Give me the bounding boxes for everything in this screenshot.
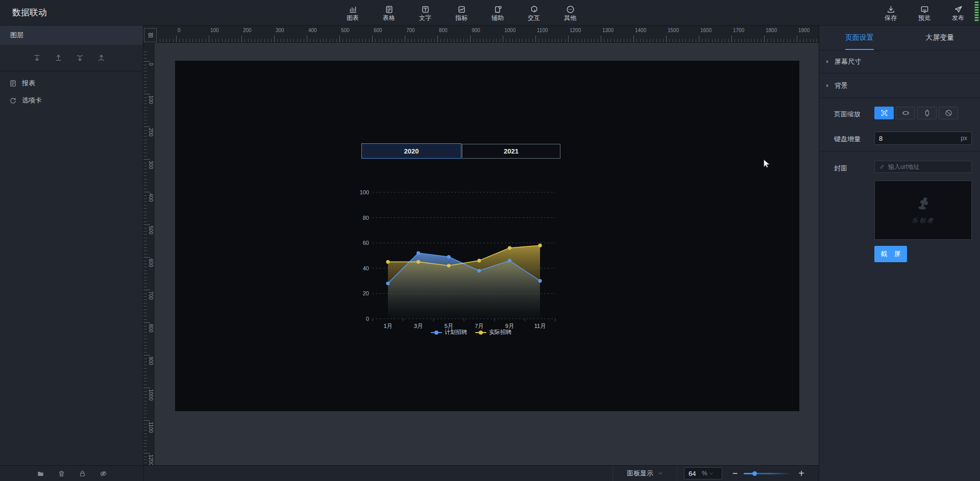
chevron-down-icon — [658, 471, 663, 476]
section-background[interactable]: 背景 — [819, 73, 980, 98]
layer-item-tabs[interactable]: 选项卡 — [0, 92, 143, 109]
cover-url-field — [874, 161, 972, 173]
v-ruler-label: 0 — [148, 63, 154, 66]
guides-eye-icon — [147, 32, 154, 39]
panel-display-dropdown[interactable]: 面板显示 — [612, 466, 677, 481]
h-ruler-label: 1500 — [668, 28, 679, 33]
tab-screen-variables[interactable]: 大屏变量 — [900, 26, 980, 50]
area-chart-widget[interactable]: 0204060801001月3月5月7月9月11月 计划招聘实际招聘 — [349, 183, 594, 341]
legend-item[interactable]: 计划招聘 — [431, 328, 467, 336]
y-axis-label: 60 — [363, 240, 369, 246]
fit-width-icon[interactable] — [896, 107, 915, 119]
zoom-slider-thumb[interactable] — [752, 471, 757, 476]
report-icon — [9, 80, 17, 87]
v-ruler-label: 400 — [148, 193, 154, 202]
layer-actions — [37, 466, 107, 481]
tool-indicator[interactable]: 指标 — [454, 0, 469, 26]
h-ruler-label: 1400 — [635, 28, 646, 33]
v-ruler-label: 600 — [148, 259, 154, 267]
widget-tab-2020[interactable]: 2020 — [361, 143, 461, 159]
zoom-level-input[interactable] — [684, 470, 702, 477]
page-title: 数据联动 — [12, 0, 47, 26]
v-ruler-label: 1200 — [148, 454, 154, 466]
v-ruler-label: 300 — [148, 161, 154, 169]
zoom-in-button[interactable]: + — [795, 466, 807, 481]
eye-off-icon[interactable] — [100, 470, 107, 477]
lock-icon[interactable] — [79, 470, 86, 477]
fit-screen-icon[interactable] — [874, 107, 894, 119]
layer-item-report[interactable]: 报表 — [0, 74, 143, 92]
extension-widget[interactable] — [974, 1, 979, 22]
legend-label: 实际招聘 — [489, 328, 511, 336]
cover-url-input[interactable] — [888, 163, 967, 170]
assist-icon — [494, 5, 502, 14]
section-label: 屏幕尺寸 — [835, 57, 861, 66]
tool-more[interactable]: 其他 — [562, 0, 578, 26]
h-ruler-ticks-major — [176, 36, 819, 42]
tool-chart[interactable]: 图表 — [345, 0, 360, 26]
chevron-right-icon — [825, 59, 830, 64]
header-actions: 保存 预览 发布 — [883, 0, 966, 26]
bottom-bar: 面板显示 % − + — [0, 465, 819, 481]
keyboard-increment-label: 键盘增量 — [834, 135, 861, 144]
screenshot-button[interactable]: 截 屏 — [874, 246, 907, 262]
layers-panel-title: 图层 — [0, 26, 143, 45]
h-ruler-label: 1800 — [766, 28, 777, 33]
h-ruler-label: 1700 — [733, 28, 744, 33]
h-ruler-label: 300 — [276, 28, 284, 33]
horizontal-ruler: 0100200300400500600700800900100011001200… — [143, 26, 819, 43]
move-up-layer-icon[interactable] — [54, 54, 63, 62]
zoom-out-button[interactable]: − — [730, 466, 740, 481]
cover-label: 封面 — [834, 164, 847, 173]
no-scale-icon[interactable] — [939, 107, 958, 119]
tool-assist[interactable]: 辅助 — [490, 0, 505, 26]
tool-label: 文字 — [419, 15, 431, 21]
canvas-area[interactable]: 2020 2021 0204060801001月3月5月7月9月11月 计划招聘… — [155, 43, 819, 465]
tool-interact[interactable]: 交互 — [526, 0, 542, 26]
header: 数据联动 图表 表格 文字 指标 辅助 — [0, 0, 980, 26]
h-ruler-label: 1300 — [602, 28, 614, 33]
save-button[interactable]: 保存 — [883, 0, 898, 26]
send-to-back-icon[interactable] — [76, 54, 84, 62]
layer-label: 选项卡 — [22, 96, 42, 105]
divider — [819, 151, 980, 151]
cover-preview: 乐创者 — [874, 181, 972, 240]
chevron-right-icon — [825, 83, 830, 88]
tool-table[interactable]: 表格 — [381, 0, 397, 26]
settings-tabs: 页面设置 大屏变量 — [819, 26, 980, 50]
widget-tab-2021[interactable]: 2021 — [462, 144, 560, 159]
publish-button[interactable]: 发布 — [950, 0, 966, 26]
legend-item[interactable]: 实际招聘 — [475, 328, 511, 336]
action-label: 发布 — [952, 15, 964, 21]
legend-dot-icon — [434, 331, 438, 335]
zoom-level-dropdown[interactable]: % — [684, 467, 722, 479]
zoom-slider[interactable] — [744, 473, 792, 474]
h-ruler-label: 1600 — [700, 28, 712, 33]
dashboard-editor: 数据联动 图表 表格 文字 指标 辅助 — [0, 0, 980, 481]
tool-label: 指标 — [455, 15, 468, 21]
section-screen-size[interactable]: 屏幕尺寸 — [819, 50, 980, 73]
bring-to-front-icon[interactable] — [97, 54, 106, 62]
link-icon — [879, 164, 885, 170]
keyboard-increment-input[interactable] — [875, 135, 961, 142]
v-ruler-label: 200 — [148, 128, 154, 137]
h-ruler-label: 1100 — [537, 28, 548, 33]
action-label: 保存 — [885, 15, 897, 21]
y-axis-label: 100 — [360, 189, 369, 195]
artboard[interactable]: 2020 2021 0204060801001月3月5月7月9月11月 计划招聘… — [175, 61, 799, 411]
trash-icon[interactable] — [58, 470, 65, 477]
section-label: 背景 — [835, 81, 848, 90]
folder-icon[interactable] — [37, 470, 44, 477]
text-icon — [421, 5, 430, 14]
fit-height-icon[interactable] — [917, 107, 937, 119]
toggle-guides-button[interactable] — [144, 28, 157, 42]
move-down-layer-icon[interactable] — [33, 54, 41, 62]
preview-button[interactable]: 预览 — [917, 0, 932, 26]
action-label: 预览 — [918, 15, 930, 21]
tool-text[interactable]: 文字 — [418, 0, 433, 26]
layers-sidebar: 图层 报表 选项卡 — [0, 26, 143, 465]
save-icon — [887, 5, 895, 14]
v-ruler-label: 900 — [148, 357, 154, 365]
h-ruler-label: 700 — [406, 28, 415, 33]
tab-page-settings[interactable]: 页面设置 — [819, 26, 900, 50]
